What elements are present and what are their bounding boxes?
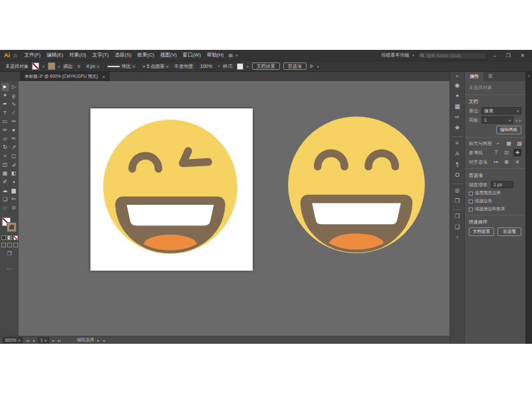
color-guide-panel-icon[interactable]: ✦	[452, 92, 463, 100]
perspective-grid-tool[interactable]: ⊿	[10, 161, 18, 169]
restore-button[interactable]: ❐	[503, 53, 514, 59]
style-swatch[interactable]	[237, 63, 243, 70]
menu-window[interactable]: 窗口(W)	[182, 52, 202, 59]
width-tool[interactable]: ≈	[1, 152, 9, 160]
hand-tool[interactable]: ☞	[1, 204, 9, 212]
snap-to-pixel-icon[interactable]: #	[513, 158, 521, 166]
slice-tool[interactable]: ✄	[10, 196, 18, 203]
stock-search-box[interactable]	[418, 52, 487, 59]
appearance-panel-icon[interactable]: ◎	[452, 186, 463, 195]
artboards-panel-icon[interactable]: ❏	[452, 223, 463, 231]
show-guides-icon[interactable]: ⊤	[492, 149, 500, 156]
tab-libraries[interactable]: 库	[483, 72, 497, 81]
artboard-dropdown[interactable]: 1 ▾	[481, 116, 513, 124]
snap-to-point-icon[interactable]: ↦	[492, 158, 500, 166]
edit-artboards-button[interactable]: 编辑画板	[496, 126, 521, 134]
show-grid-icon[interactable]: ▦	[505, 140, 513, 147]
zoom-tool[interactable]: ⊙	[10, 204, 18, 212]
style-caret-icon[interactable]: ▾	[247, 65, 249, 68]
rotate-tool[interactable]: ↻	[1, 144, 9, 152]
menu-help[interactable]: 帮助(H)	[205, 52, 225, 59]
lasso-tool[interactable]: ϱ	[10, 92, 18, 100]
screen-mode-icon[interactable]: ❐	[7, 251, 11, 257]
curvature-tool[interactable]: ∿	[10, 100, 18, 108]
opentype-panel-icon[interactable]: O	[452, 171, 463, 180]
stroke-caret-icon[interactable]: ▾	[59, 65, 61, 68]
snap-to-grid-icon[interactable]: ⊞	[503, 158, 511, 166]
menu-file[interactable]: 文件(F)	[23, 52, 42, 59]
units-dropdown[interactable]: 像素 ▾	[481, 107, 521, 114]
eraser-tool[interactable]: ▱	[1, 135, 9, 143]
none-mode-icon[interactable]	[13, 235, 18, 240]
status-collapse-icon[interactable]: ◂	[102, 338, 104, 342]
brushes-panel-icon[interactable]: ✑	[452, 113, 463, 122]
free-transform-tool[interactable]: ◻	[10, 152, 18, 160]
align-options-icon[interactable]: ⊪	[310, 64, 314, 69]
direct-selection-tool[interactable]: ▷	[10, 83, 18, 91]
menu-edit[interactable]: 编辑(E)	[45, 52, 65, 59]
mesh-tool[interactable]: ▦	[1, 170, 9, 178]
smiling-laughing-emoji-artwork[interactable]	[286, 114, 427, 255]
swatches-panel-icon[interactable]: ▦	[452, 102, 463, 111]
previous-artboard-icon[interactable]: ◂	[33, 338, 35, 342]
canvas-pasteboard[interactable]	[19, 81, 450, 336]
paragraph-panel-icon[interactable]: ¶	[452, 160, 463, 169]
workspace-caret-icon[interactable]: ▾	[412, 53, 414, 57]
close-button[interactable]: ✕	[517, 53, 528, 59]
menu-object[interactable]: 对象(O)	[68, 52, 88, 59]
scissors-tool[interactable]: ✂	[10, 135, 18, 143]
fill-color-swatch[interactable]	[32, 63, 39, 70]
menu-select[interactable]: 选择(S)	[113, 52, 132, 59]
gradient-tool[interactable]: ◧	[10, 170, 18, 178]
shaper-tool[interactable]: ✏	[1, 126, 9, 134]
pen-tool[interactable]: ✒	[1, 100, 9, 108]
next-artboard-icon[interactable]: ▸	[53, 338, 55, 342]
blob-brush-tool[interactable]: ●	[10, 126, 18, 134]
stroke-panel-icon[interactable]: ≡	[452, 139, 463, 148]
stroke-color-swatch[interactable]	[48, 63, 55, 70]
selection-tool[interactable]: ►	[1, 83, 9, 91]
brush-dropdown[interactable]: • 5 点圆形 ▾	[140, 63, 171, 70]
scale-corners-checkbox[interactable]	[469, 200, 473, 203]
opacity-more-icon[interactable]: ›	[218, 64, 219, 68]
symbols-panel-icon[interactable]: ❖	[452, 124, 463, 132]
stroke-stepper-icon[interactable]: ⇅	[77, 64, 80, 68]
eyedropper-tool[interactable]: ✐	[1, 178, 9, 186]
stroke-weight-caret-icon[interactable]: ▾	[97, 65, 99, 68]
magic-wand-tool[interactable]: ✶	[1, 92, 9, 100]
scale-tool[interactable]: ↗	[10, 144, 18, 152]
fill-caret-icon[interactable]: ▾	[43, 65, 45, 68]
graphic-styles-panel-icon[interactable]: ❒	[452, 197, 463, 205]
show-transparency-grid-icon[interactable]: ▨	[515, 140, 523, 147]
dock-edge-strip[interactable]: ▪	[525, 72, 532, 344]
keyboard-increment-field[interactable]: 1 px	[491, 181, 513, 188]
menu-view[interactable]: 视图(V)	[159, 52, 178, 59]
smart-guides-icon[interactable]: ✛	[513, 149, 521, 156]
paintbrush-tool[interactable]: ✑	[10, 118, 18, 126]
next-artboard-icon[interactable]: ▸	[519, 118, 521, 122]
home-icon[interactable]: ⌂	[13, 52, 17, 59]
rectangle-tool[interactable]: ▭	[1, 118, 9, 126]
draw-behind-icon[interactable]	[7, 243, 12, 247]
line-segment-tool[interactable]: ∕	[10, 109, 18, 117]
stroke-weight-field[interactable]: 4 px ▾	[84, 63, 102, 70]
quick-preferences-button[interactable]: 首选项	[497, 227, 521, 236]
minimize-button[interactable]: –	[490, 53, 499, 59]
layers-panel-icon[interactable]: ❐	[452, 212, 463, 221]
symbol-sprayer-tool[interactable]: ☁	[1, 187, 9, 195]
preferences-button[interactable]: 首选项	[283, 63, 307, 70]
dock-collapse-icon[interactable]: ▪	[528, 74, 529, 78]
gradient-mode-icon[interactable]	[7, 235, 12, 240]
asset-export-panel-icon[interactable]: ↑	[452, 233, 463, 242]
scale-strokes-effects-checkbox[interactable]	[469, 207, 473, 211]
use-preview-bounds-checkbox[interactable]	[469, 192, 473, 196]
color-panel-icon[interactable]: ◉	[452, 81, 463, 90]
arrange-caret-icon[interactable]: ▾	[236, 53, 238, 57]
document-setup-button[interactable]: 文档设置	[252, 63, 280, 70]
column-graph-tool[interactable]: ▆	[10, 187, 18, 195]
tab-close-icon[interactable]: ✕	[102, 74, 105, 79]
quick-document-setup-button[interactable]: 文档设置	[469, 227, 494, 236]
tab-properties[interactable]: 属性	[465, 72, 483, 81]
expand-panels-icon[interactable]: «	[456, 74, 459, 78]
opacity-field[interactable]: 100%	[198, 63, 215, 70]
